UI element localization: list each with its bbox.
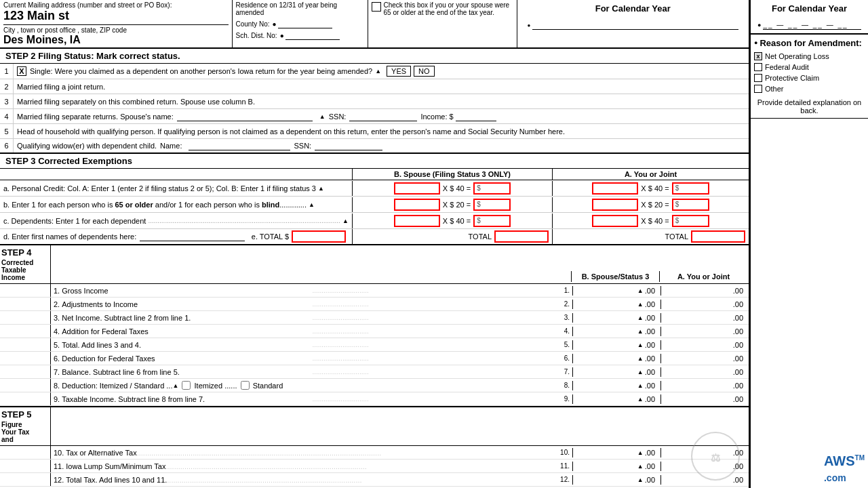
income-row-4: 4.Addition for Federal Taxes............… (0, 325, 749, 338)
step4-col-b-header: B. Spouse/Status 3 (571, 271, 659, 282)
row6-name-input[interactable] (189, 141, 290, 150)
step5-row-12: 12.Total Tax. Add lines 10 and 11.......… (0, 473, 749, 487)
row1-checkbox[interactable]: X (17, 66, 26, 76)
income-text-5: 5.Total. Add lines 3 and 4..............… (51, 340, 572, 350)
income-b-val-9: ▲.00 (572, 394, 660, 404)
row-d-e-label: d. Enter first names of dependents here:… (0, 229, 352, 244)
total-spouse-input[interactable] (494, 230, 549, 243)
row4-content: Married filing separate returns. Spouse'… (14, 110, 749, 123)
income-text-4: 4.Addition for Federal Taxes............… (51, 327, 572, 336)
cal-year-title-top: For Calendar Year (521, 3, 746, 14)
row-a-you-input[interactable] (592, 182, 638, 195)
other-checkbox[interactable] (754, 85, 762, 93)
income-row-7: 7.Balance. Subtract line 6 from line 5..… (0, 365, 749, 379)
reason-item-protective[interactable]: Protective Claim (754, 74, 865, 82)
row2-num: 2 (0, 79, 14, 94)
income-text-8: 8. Deduction: Itemized / Standard ...▲ I… (51, 380, 572, 390)
total-label-spouse: TOTAL (352, 229, 552, 244)
step5-b-val-11: ▲.00 (572, 462, 660, 471)
step3-title: STEP 3 Corrected Exemptions (5, 156, 132, 166)
dependents-input[interactable] (140, 232, 244, 241)
income-text-1: 1.Gross Income..........................… (51, 286, 572, 296)
row-c-you-calc: X $ 40 = $ (552, 214, 749, 228)
nol-label: Net Operating Loss (765, 52, 829, 60)
city-value: Des Moines, IA (3, 34, 229, 46)
row-b-spouse-result[interactable]: $ (473, 199, 511, 211)
protective-claim-label: Protective Claim (765, 74, 819, 82)
cal-bullet: ● (528, 22, 531, 28)
income-text-7: 7.Balance. Subtract line 6 from line 5..… (51, 367, 572, 377)
income-text-9: 9.Taxable Income. Subtract line 8 from l… (51, 394, 572, 404)
right-cal-year-title: For Calendar Year (754, 3, 865, 15)
row5-num: 5 (0, 124, 14, 138)
row4-name-input[interactable] (177, 112, 313, 121)
income-a-val-2: .00 (660, 300, 749, 309)
reason-item-other[interactable]: Other (754, 85, 865, 93)
row4-num: 4 (0, 109, 14, 123)
total-you-input[interactable] (691, 230, 745, 243)
reason-item-nol[interactable]: x Net Operating Loss (754, 52, 865, 60)
right-reason-bullet: ● (754, 39, 757, 46)
row-a-you-result[interactable]: $ (672, 182, 709, 195)
row-c-spouse-calc: X $ 40 = $ (352, 214, 552, 228)
income-b-val-5: ▲.00 (572, 340, 660, 350)
income-a-val-5: .00 (660, 340, 749, 350)
row3-text: Married filing separately on this combin… (14, 96, 749, 107)
reason-title: Reason for Amendment: (760, 38, 861, 49)
spouse-col-header: B. Spouse (Filing Status 3 ONLY) (352, 169, 552, 180)
income-row-5: 5.Total. Add lines 3 and 4..............… (0, 338, 749, 352)
step5-text-10: 10.Tax or Alternative Tax...............… (51, 448, 572, 458)
row4-ssn-input[interactable] (349, 112, 417, 121)
protective-claim-checkbox[interactable] (754, 74, 762, 82)
income-b-val-7: ▲.00 (572, 367, 660, 377)
income-b-val-1: ▲.00 (572, 286, 660, 296)
income-a-val-9: .00 (660, 394, 749, 404)
row6-content: Qualifying widow(er) with dependent chil… (14, 140, 749, 152)
row1-no-box[interactable]: NO (414, 66, 435, 77)
row2-text: Married filing a joint return. (14, 81, 749, 92)
row6-ssn-input[interactable] (315, 141, 382, 150)
e-total-spouse[interactable] (292, 230, 346, 243)
federal-audit-label: Federal Audit (765, 63, 809, 71)
row-b-you-result[interactable]: $ (672, 199, 709, 211)
row-b-spouse-calc: X $ 20 = $ (352, 197, 552, 212)
income-row-6: 6.Deduction for Federal Taxes...........… (0, 352, 749, 365)
sch-input[interactable] (285, 30, 340, 40)
row-c-label: c. Dependents: Enter 1 for each dependen… (0, 216, 352, 226)
row1-text: Single: Were you claimed as a dependent … (30, 67, 372, 75)
income-a-val-6: .00 (660, 354, 749, 363)
county-input[interactable] (278, 19, 332, 28)
row-a-spouse-result[interactable]: $ (473, 182, 511, 195)
income-b-val-3: ▲.00 (572, 313, 660, 323)
income-text-6: 6.Deduction for Federal Taxes...........… (51, 354, 572, 363)
row-c-spouse-result[interactable]: $ (473, 215, 511, 227)
step5-side: STEP 5 Figure Your Tax and (0, 407, 51, 445)
watermark: ⚖ (688, 429, 743, 485)
income-a-val-3: .00 (660, 313, 749, 323)
exemption-label-header (0, 169, 352, 180)
row4-income-input[interactable] (456, 112, 496, 121)
step4-side: STEP 4 Corrected Taxable Income (0, 245, 51, 283)
income-b-val-2: ▲.00 (572, 300, 660, 309)
step5-b-val-10: ▲.00 (572, 448, 660, 458)
step5-row-11: 11.Iowa Lump Sum/Minimum Tax............… (0, 460, 749, 473)
residence-label: Residence on 12/31 of year being amended (236, 1, 364, 16)
income-row-9: 9.Taxable Income. Subtract line 8 from l… (0, 392, 749, 406)
federal-audit-checkbox[interactable] (754, 63, 762, 71)
income-row-2: 2.Adjustments to Income.................… (0, 298, 749, 311)
reason-item-federal[interactable]: Federal Audit (754, 63, 865, 71)
age-checkbox[interactable] (372, 2, 381, 12)
income-text-3: 3.Net Income. Subtract line 2 from line … (51, 313, 572, 323)
row-b-you-input[interactable] (592, 199, 638, 211)
right-cal-bullet: ● (757, 22, 761, 28)
row1-yes-box[interactable]: YES (387, 66, 411, 77)
row-c-you-result[interactable]: $ (672, 215, 709, 227)
row-a-spouse-input[interactable] (394, 182, 440, 195)
row-c-spouse-input[interactable] (394, 215, 440, 227)
row-b-you-calc: X $ 20 = $ (552, 197, 749, 212)
provide-detail-text: Provide detailed explanation on back. (754, 98, 865, 115)
row-c-you-input[interactable] (592, 215, 638, 227)
income-text-2: 2.Adjustments to Income.................… (51, 300, 572, 309)
county-dot: ● (273, 20, 277, 28)
row-b-spouse-input[interactable] (394, 199, 440, 211)
